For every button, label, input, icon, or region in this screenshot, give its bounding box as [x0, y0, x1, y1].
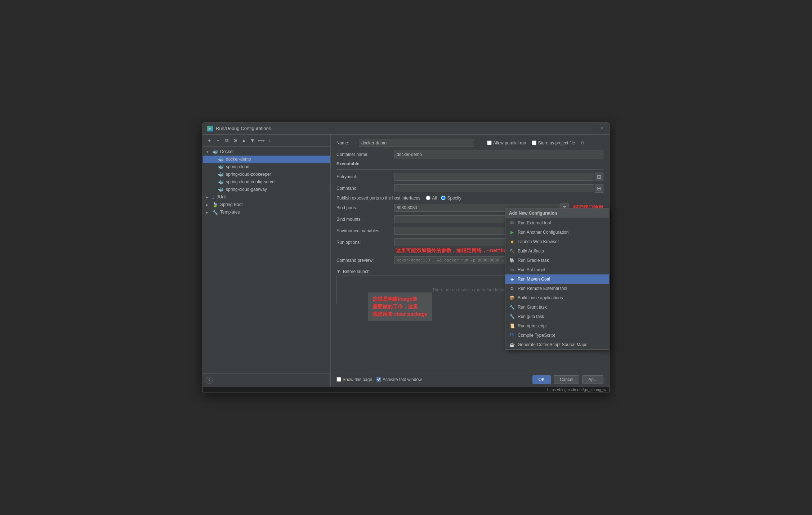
- dropdown-run-gradle[interactable]: 🐘 Run Gradle task: [505, 256, 609, 265]
- build-artifacts-label: Build Artifacts: [518, 248, 544, 254]
- command-input-group: ⊞: [394, 184, 603, 193]
- name-row: Name: Allow parallel run Store as projec…: [336, 139, 603, 147]
- dropdown-menu: Add New Configuration ⚙ Run External too…: [505, 208, 610, 350]
- dropdown-run-another[interactable]: ▶ Run Another Configuration: [505, 228, 609, 237]
- dropdown-run-maven[interactable]: ◈ Run Maven Goal: [505, 274, 609, 284]
- move-btn[interactable]: ⟷: [258, 137, 265, 144]
- templates-label: Templates: [220, 210, 240, 215]
- env-vars-label: Environment variables:: [336, 228, 394, 233]
- collapse-icon: ▼: [336, 269, 341, 274]
- dropdown-header: Add New Configuration: [505, 209, 609, 218]
- build-loose-label: Build loose applications: [518, 295, 563, 300]
- allow-parallel-input[interactable]: [487, 140, 492, 145]
- dropdown-build-artifacts[interactable]: 🔨 Build Artifacts: [505, 246, 609, 256]
- help-button[interactable]: ?: [206, 377, 213, 384]
- store-project-checkbox[interactable]: Store as project file: [532, 140, 575, 145]
- gateway-label: spring-cloud-gateway: [226, 187, 267, 192]
- container-name-input[interactable]: [394, 151, 603, 158]
- show-page-label: Show this page: [343, 377, 372, 382]
- launch-web-icon: ◆: [509, 239, 515, 245]
- tree-item-spring-cloud-config[interactable]: 🐳 spring-cloud-config-server: [203, 178, 330, 186]
- all-radio[interactable]: [426, 196, 430, 200]
- specify-label: Specify: [447, 196, 461, 201]
- expand-spring-icon: ▶: [206, 203, 210, 207]
- dropdown-launch-web[interactable]: ◆ Launch Web Browser: [505, 237, 609, 246]
- add-config-btn[interactable]: +: [206, 137, 213, 144]
- command-browse-btn[interactable]: ⊞: [595, 184, 603, 193]
- show-page-checkbox[interactable]: Show this page: [336, 377, 372, 382]
- dropdown-run-external[interactable]: ⚙ Run External tool: [505, 218, 609, 228]
- tree-item-spring-boot[interactable]: ▶ 🍃 Spring Boot: [203, 201, 330, 209]
- dialog-wrapper: ▶ Run/Debug Configurations × + − ⧉ ⚙ ▲ ▼…: [202, 122, 610, 393]
- dropdown-run-gulp[interactable]: 🔧 Run gulp task: [505, 312, 609, 321]
- entrypoint-browse-btn[interactable]: ⊞: [595, 173, 603, 181]
- dropdown-run-npm[interactable]: 📜 Run npm script: [505, 321, 609, 331]
- tree-item-spring-cloud[interactable]: 🐳 spring-cloud: [203, 163, 330, 171]
- build-loose-icon: 📦: [509, 295, 515, 301]
- activate-window-label: Activate tool window: [383, 377, 422, 382]
- bottom-help: ?: [203, 373, 330, 387]
- bind-ports-label: Bind ports:: [336, 205, 394, 210]
- entrypoint-input-group: ⊞: [394, 173, 603, 181]
- docker-demo-label: docker-demo: [226, 157, 251, 162]
- toolbar: + − ⧉ ⚙ ▲ ▼ ⟷ ↕: [203, 135, 330, 147]
- ok-button[interactable]: OK: [532, 375, 551, 384]
- settings-btn[interactable]: ⚙: [232, 137, 239, 144]
- show-page-input[interactable]: [336, 377, 341, 382]
- config-server-icon: 🐳: [218, 179, 224, 185]
- command-input[interactable]: [394, 184, 594, 192]
- run-grunt-icon: 🔧: [509, 304, 515, 310]
- move-up-btn[interactable]: ▲: [240, 137, 247, 144]
- activate-window-checkbox[interactable]: Activate tool window: [376, 377, 422, 382]
- publish-label: Publish exposed ports to the host interf…: [336, 196, 421, 201]
- checkbox-group: Allow parallel run Store as project file…: [487, 140, 585, 145]
- bottom-options: Show this page Activate tool window: [336, 377, 422, 382]
- title-bar-left: ▶ Run/Debug Configurations: [207, 126, 271, 131]
- move-down-btn[interactable]: ▼: [249, 137, 256, 144]
- docker-demo-icon: 🐳: [218, 157, 224, 162]
- tree-item-junit[interactable]: ▶ J JUnit: [203, 193, 330, 201]
- remove-config-btn[interactable]: −: [214, 137, 222, 144]
- allow-parallel-checkbox[interactable]: Allow parallel run: [487, 140, 526, 145]
- tree-item-spring-cloud-gateway[interactable]: 🐳 spring-cloud-gateway: [203, 186, 330, 193]
- tree-item-docker[interactable]: ▼ 🐳 Docker: [203, 148, 330, 156]
- dropdown-run-remote[interactable]: ⚙ Run Remote External tool: [505, 284, 609, 293]
- compile-ts-label: Compile TypeScript: [518, 333, 555, 338]
- tree-item-docker-demo[interactable]: 🐳 docker-demo: [203, 156, 330, 163]
- name-label: Name:: [336, 140, 354, 145]
- store-project-input[interactable]: [532, 140, 536, 145]
- tree-item-templates[interactable]: ▶ 🔧 Templates: [203, 209, 330, 216]
- settings-gear-icon[interactable]: ⚙: [581, 140, 585, 145]
- specify-radio[interactable]: [441, 196, 446, 200]
- run-ant-icon: 🐜: [509, 267, 515, 273]
- activate-window-input[interactable]: [376, 377, 381, 382]
- dropdown-coffeescript[interactable]: ☕ Generate CoffeeScript Source Maps: [505, 340, 609, 349]
- dropdown-build-loose[interactable]: 📦 Build loose applications: [505, 293, 609, 303]
- dropdown-compile-ts[interactable]: TS Compile TypeScript: [505, 331, 609, 340]
- run-options-annotation-text: 这里可能添加额外的参数，如指定网络，--net=host 等: [396, 247, 518, 253]
- before-launch-label: Before launch: [343, 269, 370, 274]
- allow-parallel-label: Allow parallel run: [493, 140, 526, 145]
- entrypoint-input[interactable]: [394, 173, 594, 181]
- dropdown-run-ant[interactable]: 🐜 Run Ant target: [505, 265, 609, 274]
- config-server-label: spring-cloud-config-server: [226, 179, 276, 184]
- all-radio-item[interactable]: All: [426, 196, 437, 201]
- run-gulp-icon: 🔧: [509, 314, 515, 319]
- templates-icon: 🔧: [212, 210, 218, 215]
- apply-button[interactable]: Ap...: [582, 375, 603, 384]
- tree-item-spring-cloud-zookeeper[interactable]: 🐳 spring-cloud-zookeeper: [203, 171, 330, 178]
- expand-docker-icon: ▼: [206, 150, 210, 154]
- container-name-row: Container name:: [336, 151, 603, 158]
- dropdown-run-grunt[interactable]: 🔧 Run Grunt task: [505, 303, 609, 312]
- close-button[interactable]: ×: [599, 126, 605, 131]
- cancel-button[interactable]: Cancel: [554, 375, 579, 384]
- config-tree: ▼ 🐳 Docker 🐳 docker-demo 🐳 spring-cloud: [203, 147, 330, 373]
- spring-cloud-icon: 🐳: [218, 164, 224, 170]
- specify-radio-item[interactable]: Specify: [441, 196, 461, 201]
- name-input[interactable]: [359, 139, 474, 147]
- expand-templates-icon: ▶: [206, 210, 210, 214]
- spring-boot-label: Spring Boot: [220, 202, 243, 207]
- copy-config-btn[interactable]: ⧉: [223, 137, 230, 144]
- sort-btn[interactable]: ↕: [266, 137, 273, 144]
- container-name-label: Container name:: [336, 152, 394, 157]
